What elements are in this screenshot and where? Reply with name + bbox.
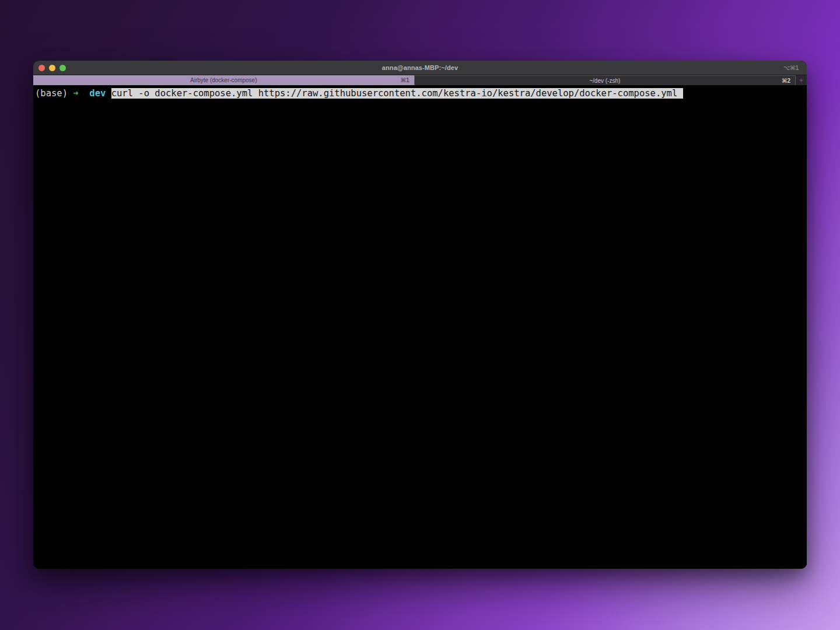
prompt-cwd: dev [89,88,106,99]
tab-label: Airbyte (docker-compose) [33,77,414,83]
close-button-icon[interactable] [38,65,45,71]
window-titlebar[interactable]: anna@annas-MBP:~/dev ⌥⌘1 [33,61,807,75]
minimize-button-icon[interactable] [49,65,55,71]
tab-label: ~/dev (-zsh) [415,78,796,84]
desktop-background: anna@annas-MBP:~/dev ⌥⌘1 Airbyte (docker… [0,0,840,630]
terminal-window: anna@annas-MBP:~/dev ⌥⌘1 Airbyte (docker… [33,61,807,569]
cursor-block [677,88,682,99]
conda-env-label: (base) [35,88,68,99]
new-tab-button[interactable]: + [796,75,807,85]
prompt-spacer [68,88,73,99]
terminal-content[interactable]: (base) ➜ dev curl -o docker-compose.yml … [33,85,807,569]
window-title: anna@annas-MBP:~/dev [33,64,807,71]
tab-dev-zsh[interactable]: ~/dev (-zsh) ⌘2 [414,75,796,85]
tab-shortcut-hint: ⌘1 [401,77,410,83]
tab-bar: Airbyte (docker-compose) ⌘1 ~/dev (-zsh)… [33,75,807,85]
selected-command-text[interactable]: curl -o docker-compose.yml https://raw.g… [111,88,683,99]
traffic-lights [38,61,66,75]
prompt-spacer [106,88,111,99]
zoom-button-icon[interactable] [60,65,66,71]
plus-icon: + [799,77,803,84]
tab-airbyte-docker-compose[interactable]: Airbyte (docker-compose) ⌘1 [33,75,414,85]
tab-shortcut-hint: ⌘2 [782,78,790,84]
prompt-arrow-icon: ➜ [73,88,78,99]
prompt-line: (base) ➜ dev curl -o docker-compose.yml … [35,87,805,100]
prompt-spacer [79,88,90,99]
command-text: curl -o docker-compose.yml https://raw.g… [111,88,678,99]
window-shortcut-hint: ⌥⌘1 [783,61,799,75]
